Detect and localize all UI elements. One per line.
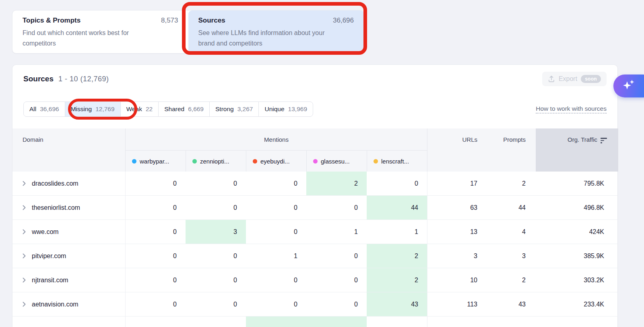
mention-cell: 1 xyxy=(367,220,427,244)
brand-dot-yellow xyxy=(374,159,378,164)
nav-card-title: Sources xyxy=(198,17,225,25)
domain-name[interactable]: dracoslides.com xyxy=(32,180,78,187)
domain-cell: wwe.com xyxy=(12,220,125,244)
org-traffic-cell: 424K xyxy=(536,220,618,244)
prompts-cell: 3 xyxy=(487,244,536,268)
domain-name[interactable]: theseniorlist.com xyxy=(32,204,80,211)
nav-card-count: 8,573 xyxy=(161,17,178,25)
mention-cell: 2 xyxy=(306,172,367,195)
mention-cell: 44 xyxy=(367,196,427,219)
prompts-cell: 2 xyxy=(487,172,536,195)
mention-cell: 0 xyxy=(125,196,186,219)
sources-panel: Sources 1 - 10 (12,769) Export soon All … xyxy=(12,64,618,327)
column-header-urls[interactable]: URLs xyxy=(427,128,487,172)
domain-cell: njtransit.com xyxy=(12,268,125,292)
brand-dot-green xyxy=(192,159,197,164)
nav-card-topics-prompts[interactable]: Topics & Prompts 8,573 Find out which co… xyxy=(12,10,188,53)
urls-cell xyxy=(427,317,487,327)
mention-cell: 0 xyxy=(246,172,306,195)
mention-cell: 3 xyxy=(186,220,246,244)
chevron-right-icon[interactable] xyxy=(23,302,26,307)
brand-dot-orange xyxy=(253,159,257,164)
nav-card-sources[interactable]: Sources 36,696 See where LLMs find infor… xyxy=(188,10,364,53)
brand-column-warbyparker: warbypar... xyxy=(125,150,186,172)
table-row-partial[interactable] xyxy=(12,317,617,327)
mention-cell: 0 xyxy=(246,196,306,219)
mention-cell xyxy=(306,317,367,327)
mention-cell: 0 xyxy=(306,268,367,292)
org-traffic-cell: 496.8K xyxy=(536,196,618,219)
mention-cell: 0 xyxy=(246,292,306,316)
export-label: Export xyxy=(559,75,577,83)
filter-row: All 36,696 Missing 12,769 Weak 22 Shared… xyxy=(23,101,607,117)
filter-tab-weak[interactable]: Weak 22 xyxy=(120,101,159,117)
chevron-right-icon[interactable] xyxy=(23,253,26,259)
prompts-cell xyxy=(487,317,536,327)
mention-cell: 0 xyxy=(306,196,367,219)
mention-cell: 0 xyxy=(186,268,246,292)
domain-cell: aetnavision.com xyxy=(12,292,125,316)
mention-cell: 0 xyxy=(246,268,306,292)
prompts-cell: 44 xyxy=(487,196,536,219)
export-button[interactable]: Export soon xyxy=(542,72,607,86)
org-traffic-cell: 303.2K xyxy=(536,268,618,292)
urls-cell: 13 xyxy=(427,220,487,244)
prompts-cell: 2 xyxy=(487,268,536,292)
table-header: Domain Mentions warbypar... zenniopti...… xyxy=(12,128,617,172)
mention-cell: 0 xyxy=(125,268,186,292)
mention-cell: 2 xyxy=(367,268,427,292)
chevron-right-icon[interactable] xyxy=(23,205,26,210)
table-body: dracoslides.com 0 0 0 2 0 17 2 795.8K th… xyxy=(12,172,617,327)
filter-tab-unique[interactable]: Unique 13,969 xyxy=(258,101,313,117)
urls-cell: 10 xyxy=(427,268,487,292)
mention-cell: 0 xyxy=(186,292,246,316)
filter-tab-shared[interactable]: Shared 6,669 xyxy=(158,101,210,117)
mention-cell: 1 xyxy=(246,244,306,268)
domain-name[interactable]: pitviper.com xyxy=(32,252,66,260)
mention-cell: 0 xyxy=(367,172,427,195)
org-traffic-cell: 233.4K xyxy=(536,292,618,316)
table-row[interactable]: aetnavision.com 0 0 0 0 43 113 43 233.4K xyxy=(12,292,617,317)
org-traffic-cell xyxy=(536,317,618,327)
mention-cell: 0 xyxy=(125,172,186,195)
export-icon xyxy=(548,75,555,83)
mention-cell: 0 xyxy=(125,292,186,316)
mention-cell: 0 xyxy=(125,244,186,268)
sort-descending-icon xyxy=(601,138,607,143)
table-row[interactable]: dracoslides.com 0 0 0 2 0 17 2 795.8K xyxy=(12,172,617,196)
domain-cell: pitviper.com xyxy=(12,244,125,268)
mention-cell: 0 xyxy=(186,244,246,268)
column-header-org-traffic[interactable]: Org. Traffic xyxy=(536,128,618,172)
nav-card-title: Topics & Prompts xyxy=(23,17,80,25)
mention-cell: 43 xyxy=(367,292,427,316)
nav-card-description: See where LLMs find information about yo… xyxy=(198,28,339,49)
domain-name[interactable]: njtransit.com xyxy=(32,277,68,284)
table-row[interactable]: njtransit.com 0 0 0 0 2 10 2 303.2K xyxy=(12,268,617,292)
panel-header: Sources 1 - 10 (12,769) Export soon xyxy=(12,65,617,93)
chevron-right-icon[interactable] xyxy=(23,229,26,234)
brand-dot-pink xyxy=(313,159,318,164)
mention-cell: 0 xyxy=(125,220,186,244)
brand-column-zennioptical: zenniopti... xyxy=(186,150,246,172)
chevron-right-icon[interactable] xyxy=(23,277,26,283)
domain-name[interactable]: wwe.com xyxy=(32,228,59,236)
brand-column-glassesusa: glassesu... xyxy=(306,150,367,172)
help-link[interactable]: How to work with sources xyxy=(536,105,607,114)
table-row[interactable]: pitviper.com 0 0 1 0 2 3 3 385.9K xyxy=(12,244,617,268)
filter-tab-all[interactable]: All 36,696 xyxy=(23,101,65,117)
org-traffic-cell: 795.8K xyxy=(536,172,618,195)
nav-cards: Topics & Prompts 8,573 Find out which co… xyxy=(12,10,364,54)
nav-card-count: 36,696 xyxy=(333,17,354,25)
domain-cell: dracoslides.com xyxy=(12,172,125,195)
prompts-cell: 4 xyxy=(487,220,536,244)
domain-name[interactable]: aetnavision.com xyxy=(32,301,78,308)
column-header-domain: Domain xyxy=(12,128,125,172)
filter-tab-strong[interactable]: Strong 3,267 xyxy=(209,101,259,117)
org-traffic-cell: 385.9K xyxy=(536,244,618,268)
chevron-right-icon[interactable] xyxy=(23,181,26,186)
column-header-prompts[interactable]: Prompts xyxy=(487,128,536,172)
table-row[interactable]: wwe.com 0 3 0 1 1 13 4 424K xyxy=(12,220,617,244)
filter-tab-missing[interactable]: Missing 12,769 xyxy=(65,101,121,117)
table-row[interactable]: theseniorlist.com 0 0 0 0 44 63 44 496.8… xyxy=(12,196,617,220)
ai-assistant-button[interactable] xyxy=(613,75,644,97)
